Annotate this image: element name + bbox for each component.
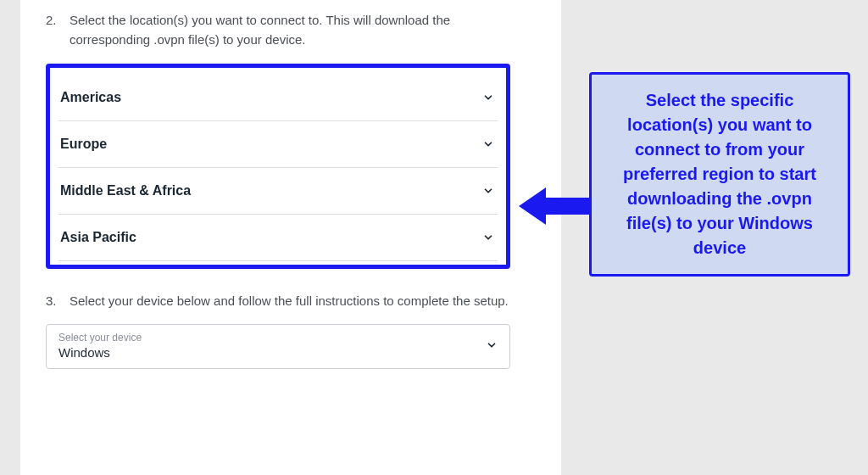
region-label: Europe	[60, 137, 107, 152]
annotation-callout: Select the specific location(s) you want…	[589, 72, 850, 277]
step-3: 3. Select your device below and follow t…	[46, 291, 510, 310]
region-item-americas[interactable]: Americas	[58, 75, 498, 121]
region-label: Americas	[60, 90, 121, 105]
chevron-down-icon	[482, 92, 494, 103]
device-select-label: Select your device	[58, 332, 142, 344]
region-item-europe[interactable]: Europe	[58, 121, 498, 168]
step-2: 2. Select the location(s) you want to co…	[46, 10, 510, 50]
device-select-texts: Select your device Windows	[58, 332, 142, 360]
chevron-down-icon	[482, 138, 494, 150]
chevron-down-icon	[482, 185, 494, 197]
device-select-value: Windows	[58, 345, 142, 360]
device-select[interactable]: Select your device Windows	[46, 324, 510, 369]
region-label: Middle East & Africa	[60, 183, 191, 198]
chevron-down-icon	[486, 339, 498, 351]
step-2-number: 2.	[46, 10, 61, 50]
region-accordion-highlight: Americas Europe Middle East & Africa Asi…	[46, 64, 510, 269]
step-3-number: 3.	[46, 291, 61, 310]
step-2-text: Select the location(s) you want to conne…	[70, 10, 510, 50]
region-label: Asia Pacific	[60, 230, 136, 245]
region-item-asia-pacific[interactable]: Asia Pacific	[58, 215, 498, 261]
page: 2. Select the location(s) you want to co…	[0, 0, 868, 475]
instructions-card: 2. Select the location(s) you want to co…	[20, 0, 536, 475]
region-item-middle-east-africa[interactable]: Middle East & Africa	[58, 168, 498, 215]
adjacent-card-edge	[536, 0, 561, 475]
svg-marker-0	[519, 187, 592, 225]
annotation-text: Select the specific location(s) you want…	[604, 88, 836, 260]
chevron-down-icon	[482, 232, 494, 243]
step-3-text: Select your device below and follow the …	[70, 291, 509, 310]
annotation-arrow-icon	[519, 185, 592, 227]
